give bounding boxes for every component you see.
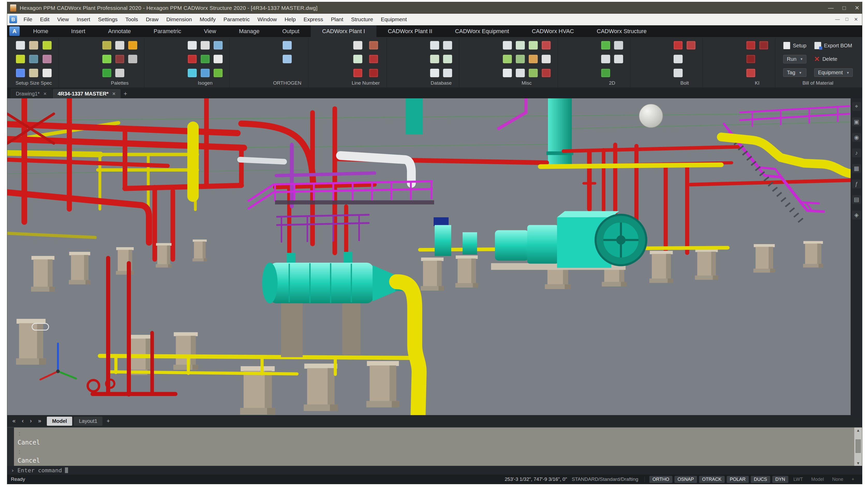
ribbon-icon-misc-green-2[interactable] [516,41,525,50]
close-tab-icon[interactable]: ✕ [112,91,115,96]
status-toggle-ortho[interactable]: ORTHO [649,476,672,483]
ribbon-icon-drawing-setup[interactable] [16,41,25,50]
menu-file[interactable]: File [20,15,36,24]
function-icon[interactable]: ƒ [852,179,861,188]
ribbon-icon-view-steel[interactable] [29,55,38,63]
mdi-minimize-icon[interactable]: — [835,17,840,22]
ribbon-icon-ortho-bolt-2[interactable] [283,55,292,63]
ribbon-icon-iso-doc[interactable] [187,41,197,50]
document-tab-drawing1[interactable]: Drawing1*✕ [11,89,52,98]
ribbon-icon-misc-white-3[interactable] [516,69,525,78]
ribbon-icon-navigate-blue[interactable] [16,69,25,78]
ribbon-icon-db-export[interactable] [430,41,439,50]
command-scrollbar[interactable]: ▲ ▼ [854,428,862,466]
ribbon-icon-ki-dark-2[interactable] [759,41,769,50]
mdi-restore-icon[interactable]: □ [845,17,848,22]
ribbon-icon-line-brown[interactable] [369,41,378,50]
tower-column[interactable] [547,98,573,167]
menu-equipment[interactable]: Equipment [377,15,410,24]
bom-equipment-dropdown[interactable]: Equipment ▾ [814,68,853,77]
ribbon-tab-view[interactable]: View [193,25,227,37]
menu-plant[interactable]: Plant [327,15,347,24]
menu-view[interactable]: View [53,15,73,24]
tower-column-small[interactable] [406,98,423,134]
ribbon-icon-iso-stop[interactable] [187,55,197,63]
ribbon-tab-manage[interactable]: Manage [227,25,271,37]
layout-tab-layout1[interactable]: Layout1 [74,417,103,426]
ribbon-icon-iso-sheet[interactable] [201,41,210,50]
menu-help[interactable]: Help [281,15,299,24]
ribbon-icon-line-diamond[interactable] [353,55,362,63]
menu-settings[interactable]: Settings [94,15,121,24]
ribbon-icon-2d-green-1[interactable] [601,41,610,50]
command-prompt[interactable]: › Enter command [7,466,862,475]
app-menu-icon[interactable]: B [9,16,17,23]
ribbon-icon-line-red-1[interactable] [353,69,362,78]
ribbon-icon-palette-plus[interactable] [115,41,125,50]
ribbon-icon-db-green-1[interactable] [430,55,439,63]
document-tab-4r34-1337-master[interactable]: 4R34-1337 MASTER*✕ [53,89,120,98]
ribbon-icon-db-doc[interactable] [430,69,439,78]
ribbon-tab-output[interactable]: Output [271,25,311,37]
ribbon-icon-iso-plant[interactable] [214,69,223,78]
ribbon-icon-db-green-2[interactable] [443,55,452,63]
ribbon-icon-iso-circle[interactable] [214,55,223,63]
ribbon-icon-ki-red-1[interactable] [746,41,755,50]
status-toggle-lwt[interactable]: LWT [791,476,806,483]
status-toggle-polar[interactable]: POLAR [727,476,749,483]
ribbon-icon-line-pump[interactable] [353,41,362,50]
status-toggle-dyn[interactable]: DYN [772,476,788,483]
command-history[interactable]: :Cancel:Cancel [14,428,854,466]
ribbon-app-button[interactable]: A [9,26,20,36]
ribbon-icon-db-sheet[interactable] [443,41,452,50]
ribbon-icon-warning-triangle[interactable] [128,41,137,50]
status-toggle-ducs[interactable]: DUCS [751,476,770,483]
last-layout-icon[interactable]: » [35,417,44,425]
sphere-tank[interactable] [639,104,663,128]
prev-layout-icon[interactable]: ‹ [19,417,27,425]
mdi-close-icon[interactable]: ✕ [854,17,858,22]
ribbon-icon-misc-green-1[interactable] [503,55,512,63]
menu-modify[interactable]: Modify [196,15,220,24]
menu-structure[interactable]: Structure [347,15,377,24]
ribbon-icon-bolt-dark-red[interactable] [686,41,696,50]
ribbon-icon-misc-white-2[interactable] [503,69,512,78]
status-toggle-osnap[interactable]: OSNAP [674,476,697,483]
status-toggle-model[interactable]: Model [808,476,827,483]
ribbon-icon-db-table[interactable] [443,69,452,78]
ribbon-icon-misc-orange[interactable] [529,55,538,63]
status-toggle-otrack[interactable]: OTRACK [699,476,725,483]
ribbon-icon-misc-red-2[interactable] [541,69,551,78]
ribbon-tab-cadworx-plant-i[interactable]: CADWorx Plant I [311,25,376,37]
menu-express[interactable]: Express [299,15,327,24]
ribbon-icon-shield-gray[interactable] [128,55,137,63]
ribbon-icon-2d-white-3[interactable] [614,55,623,63]
menu-tools[interactable]: Tools [121,15,142,24]
ribbon-icon-line-red-2[interactable] [369,55,378,63]
ribbon-icon-palette-green[interactable] [102,55,112,63]
ribbon-icon-refresh-green[interactable] [102,69,112,78]
camera-icon[interactable]: ◉ [852,133,861,142]
menu-window[interactable]: Window [253,15,281,24]
bom-tag-dropdown[interactable]: Tag ▾ [783,68,806,77]
ribbon-icon-2d-white-1[interactable] [601,55,610,63]
bom-delete-button[interactable]: ✕ Delete [814,55,853,63]
ribbon-icon-misc-green-3[interactable] [516,55,525,63]
scroll-down-icon[interactable]: ▼ [856,461,860,465]
sound-icon[interactable]: ♪ [852,149,861,157]
minimize-icon[interactable]: — [828,5,833,12]
ribbon-icon-misc-green-4[interactable] [529,41,538,50]
menu-insert[interactable]: Insert [73,15,94,24]
new-drawing-tab-button[interactable]: + [121,90,131,98]
ribbon-icon-size-select[interactable] [42,41,52,50]
ribbon-icon-folder-spec[interactable] [29,41,38,50]
bom-setup-button[interactable]: Setup [783,42,806,49]
ribbon-icon-iso-grid[interactable] [214,41,223,50]
ribbon-icon-palette-olive[interactable] [102,41,112,50]
bom-export-button[interactable]: Export BOM [814,42,853,49]
ribbon-tab-cadworx-plant-ii[interactable]: CADWorx Plant II [376,25,444,37]
menu-parametric[interactable]: Parametric [220,15,254,24]
menu-dimension[interactable]: Dimension [162,15,196,24]
maximize-icon[interactable]: □ [842,5,846,12]
menu-draw[interactable]: Draw [142,15,162,24]
